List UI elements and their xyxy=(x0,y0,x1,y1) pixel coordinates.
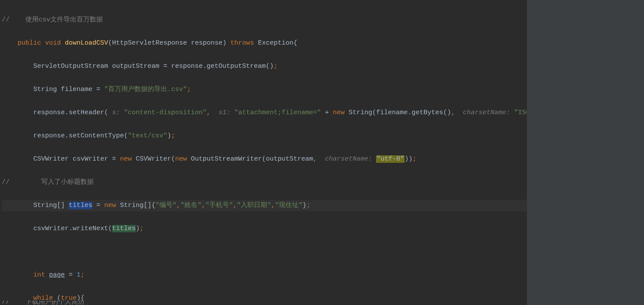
code-text: = xyxy=(92,202,104,209)
number-literal: 1 xyxy=(77,271,81,279)
code-text: CSVWriter( xyxy=(132,155,175,163)
param-hint: charsetName: xyxy=(321,155,376,163)
code-text: csvWriter.writeNext( xyxy=(2,225,112,232)
comment-text: // 使用csv文件导出百万数据 xyxy=(2,16,103,24)
comma: , xyxy=(176,202,180,209)
keyword-new: new xyxy=(175,155,187,163)
code-line: response.setHeader( s: "content-disposit… xyxy=(2,107,527,119)
code-line: public void downLoadCSV(HttpServletRespo… xyxy=(2,38,527,49)
comma: , xyxy=(201,202,205,209)
semicolon: ; xyxy=(171,132,175,140)
bottom-strip: // 下载用户的个人简历 xyxy=(0,301,527,305)
keyword-throws: throws xyxy=(230,39,254,47)
string-literal: "attachment;filename=" xyxy=(234,109,321,116)
comma: , xyxy=(271,202,275,209)
code-line: int page = 1; xyxy=(2,270,527,281)
code-text: } xyxy=(303,202,306,209)
op-plus: + xyxy=(321,109,333,116)
comma: , xyxy=(451,109,455,116)
comma: , xyxy=(207,109,211,116)
string-literal: "编号" xyxy=(155,202,176,209)
code-text: String filename = xyxy=(2,86,104,93)
variable-usage: titles xyxy=(112,225,136,232)
semicolon: ; xyxy=(274,63,278,70)
code-text: ) xyxy=(167,132,171,140)
variable: page xyxy=(49,271,65,279)
comma: , xyxy=(233,202,237,209)
code-line: // 写入了小标题数据 xyxy=(2,177,527,189)
code-text: ServletOutputStream outputStream = respo… xyxy=(2,63,274,70)
code-line: String filename = "百万用户数据的导出.csv"; xyxy=(2,84,527,96)
code-text: String[] xyxy=(2,202,69,209)
code-text: response.setContentType( xyxy=(2,132,128,140)
string-literal-highlighted: "utf-8" xyxy=(376,155,405,163)
code-line-current: String[] titles = new String[]{"编号","姓名"… xyxy=(2,200,527,212)
signature-end: Exception{ xyxy=(254,39,297,47)
semicolon: ; xyxy=(306,202,310,209)
bottom-comment: // 下载用户的个人简历 xyxy=(2,301,84,305)
comment-text: // 写入了小标题数据 xyxy=(2,179,94,186)
string-literal: "text/csv" xyxy=(128,132,167,140)
right-panel[interactable] xyxy=(527,0,644,305)
string-literal: "手机号" xyxy=(205,202,233,209)
code-line: response.setContentType("text/csv"); xyxy=(2,130,527,142)
param-hint: s: xyxy=(108,109,124,116)
code-text: OutputStreamWriter(outputStream xyxy=(187,155,313,163)
code-text: )) xyxy=(405,155,412,163)
code-editor[interactable]: // 使用csv文件导出百万数据 public void downLoadCSV… xyxy=(0,0,527,305)
keyword-new: new xyxy=(333,109,345,116)
comma: , xyxy=(313,155,317,163)
keyword-public: public xyxy=(18,39,41,47)
selected-variable: titles xyxy=(69,202,92,209)
method-name: downLoadCSV xyxy=(65,39,108,47)
string-literal: "姓名" xyxy=(180,202,201,209)
string-literal: "现住址" xyxy=(275,202,303,209)
keyword-new: new xyxy=(104,202,116,209)
code-line xyxy=(2,246,527,258)
string-literal: "content-disposition" xyxy=(124,109,207,116)
code-line: ServletOutputStream outputStream = respo… xyxy=(2,61,527,73)
semicolon: ; xyxy=(412,155,416,163)
string-literal: "百万用户数据的导出.csv" xyxy=(104,86,187,93)
signature: (HttpServletResponse response) xyxy=(108,39,230,47)
code-line: CSVWriter csvWriter = new CSVWriter(new … xyxy=(2,154,527,165)
code-text: ) xyxy=(136,225,140,232)
param-hint: s1: xyxy=(215,109,234,116)
keyword-int: int xyxy=(33,271,45,279)
code-text: String[]{ xyxy=(116,202,155,209)
keyword-new: new xyxy=(120,155,132,163)
keyword-void: void xyxy=(45,39,61,47)
semicolon: ; xyxy=(140,225,144,232)
code-text: CSVWriter csvWriter = xyxy=(2,155,120,163)
code-line: // 使用csv文件导出百万数据 xyxy=(2,14,527,26)
code-text: String(filename.getBytes() xyxy=(345,109,451,116)
semicolon: ; xyxy=(187,86,191,93)
code-line: csvWriter.writeNext(titles); xyxy=(2,223,527,235)
param-hint: charsetName: xyxy=(459,109,514,116)
code-text: = xyxy=(65,271,77,279)
string-literal: "入职日期" xyxy=(237,202,271,209)
semicolon: ; xyxy=(81,271,84,279)
code-text: response.setHeader( xyxy=(2,109,108,116)
